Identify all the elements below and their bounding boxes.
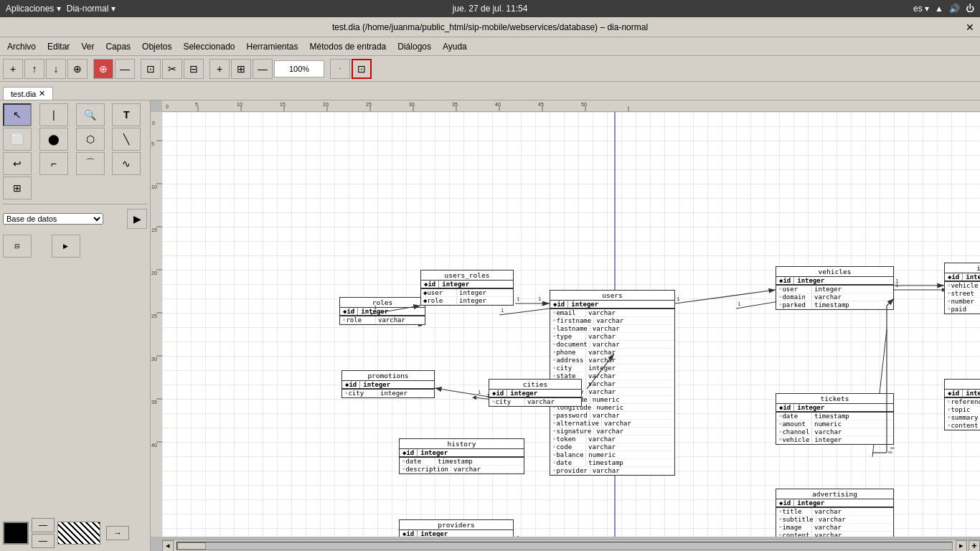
text-tool[interactable]: T [112, 103, 141, 126]
help-row-summary: ◦summaryvarchar [945, 414, 980, 422]
infringements-row-vehicle: ◦vehicleinteger [945, 282, 980, 290]
zoom-tool[interactable]: 🔍 [76, 103, 105, 126]
table-advertising[interactable]: advertising ◆id integer ◦titlevarchar ◦s… [776, 489, 894, 537]
tab-bar: test.dia ✕ [0, 82, 980, 100]
line-tool[interactable]: ╲ [112, 128, 141, 151]
menu-ver[interactable]: Ver [77, 40, 98, 53]
db-view-tool[interactable]: ▶ [52, 235, 80, 258]
open-button[interactable]: ↑ [24, 59, 44, 79]
tab-label: test.dia [11, 90, 36, 98]
table-tickets[interactable]: tickets ◆id integer ◦datetimestamp ◦amou… [776, 393, 894, 445]
fit-button[interactable]: — [115, 59, 135, 79]
scroll-track[interactable] [176, 542, 953, 550]
table-vehicles[interactable]: vehicles ◆id integer ◦userinteger ◦domai… [776, 266, 894, 310]
table-infringements[interactable]: infringements ◆id integer ◦vehicleintege… [944, 263, 980, 314]
corner-tool[interactable]: ⌐ [39, 152, 68, 175]
db-table-tool[interactable]: ⊟ [3, 235, 32, 258]
menu-capas[interactable]: Capas [101, 40, 135, 53]
canvas-content[interactable]: 1 1 1 1 1 1 1 ∞ [162, 112, 980, 537]
menu-archivo[interactable]: Archivo [3, 40, 40, 53]
infringements-row-paid: ◦paidboolean [945, 306, 980, 314]
paste-button[interactable]: ⊟ [184, 59, 204, 79]
save-button[interactable]: ↓ [46, 59, 66, 79]
system-bar-right[interactable]: es ▾ ▲ 🔊 ⏻ [913, 4, 974, 14]
image-tool[interactable]: ⊞ [3, 176, 32, 199]
zoom-out-button[interactable]: — [253, 59, 273, 79]
menu-ayuda[interactable]: Ayuda [438, 40, 471, 53]
table-providers[interactable]: providers ◆id integer ◦provider varchar [399, 519, 514, 537]
tickets-row-channel: ◦channelvarchar [776, 428, 893, 436]
tab-close-icon[interactable]: ✕ [39, 89, 45, 98]
scroll-right-button[interactable]: ▸ [956, 540, 967, 552]
system-bar-left[interactable]: Aplicaciones ▾ Dia-normal ▾ [6, 4, 116, 14]
menu-dialogos[interactable]: Diálogos [393, 40, 435, 53]
text-cursor-tool[interactable]: | [39, 103, 68, 126]
users-row-lastname: ◦lastnamevarchar [550, 325, 674, 333]
menu-editar[interactable]: Editar [43, 40, 74, 53]
advertising-row-title: ◦titlevarchar [776, 508, 893, 516]
system-bar: Aplicaciones ▾ Dia-normal ▾ jue. 27 de j… [0, 0, 980, 17]
lang-indicator[interactable]: es ▾ [913, 4, 929, 14]
select-tool[interactable]: ↖ [3, 103, 32, 126]
canvas-area[interactable]: 0 5 10 15 20 25 30 35 40 45 50 [151, 100, 980, 551]
print-button[interactable]: ⊕ [67, 59, 88, 79]
fit-page-button[interactable]: ⊞ [231, 59, 251, 79]
rectangle-tool[interactable]: ⬜ [3, 128, 32, 151]
arrow-style[interactable]: → [106, 526, 129, 540]
svg-text:10: 10 [151, 184, 157, 189]
line-width-up[interactable]: — [32, 518, 55, 532]
line-width-down[interactable]: — [32, 534, 55, 548]
vertical-ruler: 0 5 10 15 20 25 30 35 40 [151, 112, 162, 537]
menu-objetos[interactable]: Objetos [138, 40, 176, 53]
ellipse-tool[interactable]: ⬤ [39, 128, 68, 151]
table-users-roles[interactable]: users_roles ◆id integer ◆user integer ◆r… [420, 270, 514, 306]
table-vehicles-header: ◆id integer [776, 277, 893, 286]
snap-button[interactable]: ⊡ [352, 59, 372, 79]
shape-selector[interactable]: Base de datos [3, 213, 103, 225]
table-roles[interactable]: roles ◆id integer ◦role varchar [339, 297, 425, 325]
table-cities[interactable]: cities ◆id integer ◦city varchar [489, 379, 582, 407]
table-advertising-header: ◆id integer [776, 499, 893, 508]
svg-text:25: 25 [366, 102, 372, 107]
users-row-address: ◦addressvarchar [550, 357, 674, 364]
undo-button[interactable]: ⊕ [93, 59, 113, 79]
shape-expand-button[interactable]: ▶ [127, 209, 147, 229]
svg-text:25: 25 [151, 314, 157, 319]
bezier-tool[interactable]: ∿ [112, 152, 141, 175]
cut-button[interactable]: ✂ [162, 59, 182, 79]
add-page-button[interactable]: + [969, 540, 980, 552]
background-pattern[interactable] [57, 522, 100, 545]
grid-button[interactable]: · [330, 59, 350, 79]
curve-tool[interactable]: ⌒ [76, 152, 105, 175]
volume-icon[interactable]: 🔊 [949, 4, 960, 14]
help-row-content: ◦contenttext [945, 422, 980, 430]
add-layer-button[interactable]: + [209, 59, 230, 79]
scroll-left-button[interactable]: ◂ [162, 540, 174, 552]
table-help[interactable]: help ◆id integer ◦referencevarchar ◦topi… [944, 379, 980, 430]
svg-text:15: 15 [151, 227, 157, 232]
scroll-thumb[interactable] [177, 542, 206, 550]
undo-tool[interactable]: ↩ [3, 152, 32, 175]
applications-menu[interactable]: Aplicaciones ▾ [6, 4, 61, 14]
users-roles-row-user: ◆user integer [421, 289, 513, 297]
vehicles-row-domain: ◦domainvarchar [776, 293, 893, 301]
menu-seleccionado[interactable]: Seleccionado [179, 40, 239, 53]
horizontal-scrollbar[interactable]: ◂ ▸ + [162, 540, 980, 551]
tab-testdia[interactable]: test.dia ✕ [3, 87, 53, 100]
advertising-row-content: ◦contentvarchar [776, 532, 893, 537]
foreground-color[interactable] [3, 522, 29, 545]
table-users-header: ◆id integer [550, 301, 674, 309]
power-icon[interactable]: ⏻ [966, 4, 974, 14]
zoom-input[interactable] [274, 60, 324, 77]
table-promotions[interactable]: promotions ◆id integer ◦city integer [341, 370, 435, 398]
help-row-topic: ◦topicvarchar [945, 406, 980, 414]
table-history[interactable]: history ◆id integer ◦datetimestamp ◦desc… [399, 438, 524, 474]
polygon-tool[interactable]: ⬡ [76, 128, 105, 151]
menu-herramientas[interactable]: Herramientas [242, 40, 303, 53]
window-close-button[interactable]: ✕ [966, 22, 974, 33]
copy-button[interactable]: ⊡ [141, 59, 161, 79]
svg-text:20: 20 [323, 102, 329, 107]
new-button[interactable]: + [3, 59, 23, 79]
menu-metodos[interactable]: Métodos de entrada [306, 40, 391, 53]
dia-menu[interactable]: Dia-normal ▾ [67, 4, 116, 14]
